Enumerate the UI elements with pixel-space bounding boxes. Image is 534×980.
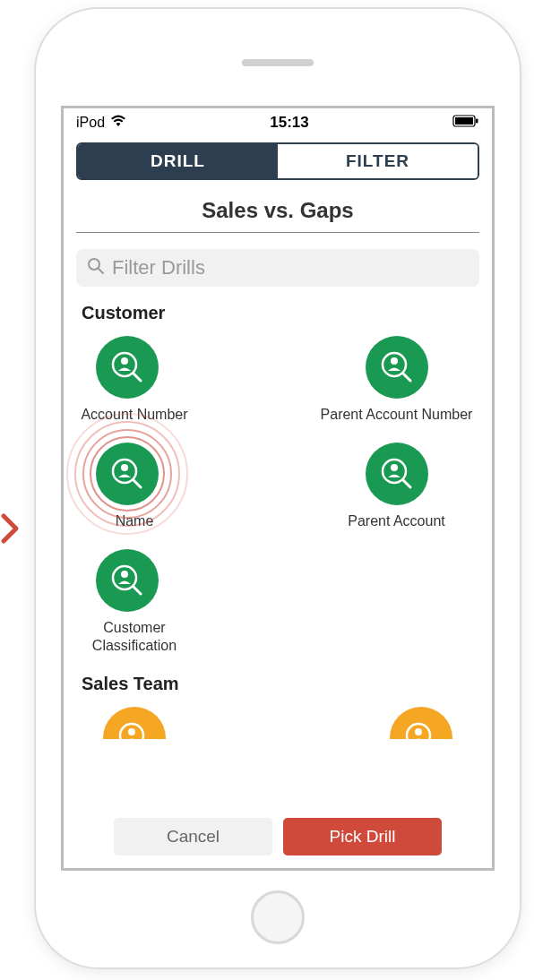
svg-point-18	[121, 571, 128, 578]
svg-rect-2	[476, 119, 478, 124]
person-search-icon	[96, 443, 159, 505]
search-box[interactable]	[76, 249, 479, 287]
tab-bar: DRILL FILTER	[76, 142, 479, 180]
drill-label: Name	[76, 512, 193, 529]
home-button[interactable]	[251, 890, 305, 944]
drill-name[interactable]: Name	[76, 443, 278, 529]
drill-label: Parent Account	[348, 512, 445, 529]
person-search-icon	[96, 336, 159, 399]
drill-account-number[interactable]: Account Number	[76, 336, 278, 423]
drill-label: Account Number	[76, 406, 193, 423]
svg-point-9	[391, 357, 398, 365]
drill-customer-classification[interactable]: Customer Classification	[76, 549, 278, 653]
svg-line-13	[134, 480, 141, 487]
drill-parent-account-number[interactable]: Parent Account Number	[278, 336, 479, 423]
section-header-sales-team: Sales Team	[82, 674, 479, 694]
svg-point-15	[391, 464, 398, 471]
cancel-button[interactable]: Cancel	[114, 818, 272, 855]
device-label: iPod	[76, 115, 105, 131]
person-search-icon	[366, 443, 428, 505]
svg-line-4	[99, 269, 103, 273]
app-screen: iPod 15:13 DRILL FILTER Sales vs. Gaps	[61, 106, 495, 871]
tab-filter[interactable]: FILTER	[278, 144, 478, 178]
person-search-icon	[96, 549, 159, 612]
svg-line-19	[134, 587, 141, 594]
drill-label: Customer Classification	[76, 619, 193, 653]
customer-grid: Account Number Parent Account Number	[76, 336, 479, 674]
svg-point-6	[121, 357, 128, 365]
search-icon	[87, 257, 105, 279]
sales-team-row	[76, 707, 479, 739]
sales-team-item-partial[interactable]	[103, 707, 166, 739]
phone-frame: iPod 15:13 DRILL FILTER Sales vs. Gaps	[36, 9, 520, 967]
svg-point-21	[128, 728, 135, 735]
bottom-bar: Cancel Pick Drill	[64, 807, 492, 868]
battery-icon	[452, 115, 479, 131]
wifi-icon	[110, 115, 126, 131]
search-input[interactable]	[112, 256, 469, 279]
svg-point-24	[415, 728, 422, 735]
section-header-customer: Customer	[82, 303, 479, 323]
tab-drill[interactable]: DRILL	[78, 144, 278, 178]
svg-point-12	[121, 464, 128, 471]
svg-line-10	[403, 374, 410, 381]
person-search-icon	[366, 336, 428, 399]
svg-line-16	[403, 480, 410, 487]
svg-line-7	[134, 374, 141, 381]
status-time: 15:13	[270, 114, 308, 132]
drill-parent-account[interactable]: Parent Account	[278, 443, 479, 529]
status-bar: iPod 15:13	[64, 108, 492, 135]
pointer-chevron-icon	[0, 512, 22, 548]
sales-team-item-partial[interactable]	[390, 707, 452, 739]
svg-rect-1	[455, 117, 473, 125]
status-left: iPod	[76, 115, 126, 131]
drill-label: Parent Account Number	[321, 406, 473, 423]
svg-point-3	[89, 259, 99, 270]
page-title: Sales vs. Gaps	[64, 198, 492, 223]
title-underline	[76, 232, 479, 233]
pick-drill-button[interactable]: Pick Drill	[283, 818, 442, 855]
phone-speaker	[242, 59, 314, 66]
content-area: Customer Account Number Parent Account N…	[64, 249, 492, 807]
